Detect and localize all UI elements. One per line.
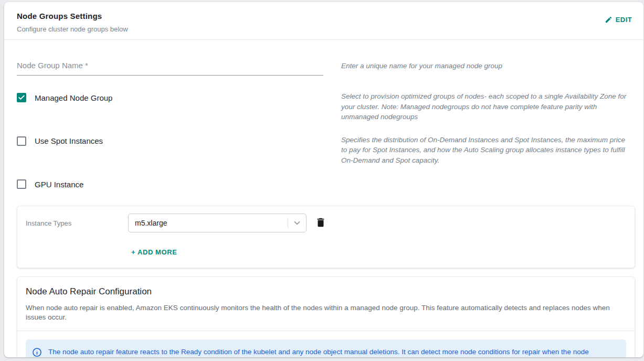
node-groups-settings-panel: Node Groups Settings Configure cluster n… xyxy=(4,2,643,357)
instance-types-label: Instance Types xyxy=(26,219,128,227)
checkbox-unchecked-icon xyxy=(17,179,26,189)
node-auto-repair-title: Node Auto Repair Configuration xyxy=(26,286,626,297)
node-group-name-row: Enter a unique name for your managed nod… xyxy=(17,58,635,76)
node-auto-repair-header: Node Auto Repair Configuration When node… xyxy=(17,277,635,331)
managed-node-group-label: Managed Node Group xyxy=(35,93,112,102)
panel-header-text: Node Groups Settings Configure cluster n… xyxy=(17,12,128,33)
use-spot-instances-label: Use Spot Instances xyxy=(35,136,103,145)
edit-button-label: EDIT xyxy=(616,16,632,24)
managed-node-group-checkbox[interactable]: Managed Node Group xyxy=(17,91,112,102)
instance-type-selected-value: m5.xlarge xyxy=(135,219,288,227)
add-more-button[interactable]: + ADD MORE xyxy=(130,246,178,258)
info-alert: The node auto repair feature reacts to t… xyxy=(26,339,626,357)
node-auto-repair-card: Node Auto Repair Configuration When node… xyxy=(17,277,635,357)
use-spot-instances-checkbox[interactable]: Use Spot Instances xyxy=(17,135,103,146)
node-group-name-field-wrap xyxy=(17,58,323,76)
info-alert-text-block: The node auto repair feature reacts to t… xyxy=(48,347,618,357)
instance-type-row: Instance Types m5.xlarge xyxy=(26,214,626,232)
checkbox-checked-icon xyxy=(17,93,26,102)
use-spot-instances-checkbox-wrap: Use Spot Instances xyxy=(17,135,323,148)
delete-instance-type-button[interactable] xyxy=(314,216,328,231)
use-spot-instances-row: Use Spot Instances Specifies the distrib… xyxy=(17,135,635,166)
node-group-name-input[interactable] xyxy=(17,58,323,76)
checkbox-unchecked-icon xyxy=(17,136,26,146)
gpu-instance-row: GPU Instance xyxy=(17,178,635,191)
panel-body: Enter a unique name for your managed nod… xyxy=(4,58,643,357)
info-icon xyxy=(32,347,42,357)
managed-node-group-hint: Select to provision optimized groups of … xyxy=(341,91,635,122)
trash-icon xyxy=(315,217,326,230)
node-auto-repair-body: The node auto repair feature reacts to t… xyxy=(17,331,635,357)
gpu-instance-label: GPU Instance xyxy=(35,180,83,189)
panel-header: Node Groups Settings Configure cluster n… xyxy=(4,2,643,39)
pencil-icon xyxy=(605,16,613,24)
page-title: Node Groups Settings xyxy=(17,12,128,20)
info-alert-text: The node auto repair feature reacts to t… xyxy=(48,348,589,357)
use-spot-instances-hint: Specifies the distribution of On-Demand … xyxy=(341,135,635,166)
header-divider xyxy=(4,39,643,40)
instance-types-card: Instance Types m5.xlarge + ADD MORE xyxy=(17,206,635,268)
node-group-name-hint: Enter a unique name for your managed nod… xyxy=(341,58,635,71)
gpu-instance-checkbox[interactable]: GPU Instance xyxy=(17,178,83,189)
managed-node-group-checkbox-wrap: Managed Node Group xyxy=(17,91,323,103)
instance-type-select[interactable]: m5.xlarge xyxy=(128,214,307,232)
managed-node-group-row: Managed Node Group Select to provision o… xyxy=(17,91,635,122)
chevron-down-icon[interactable] xyxy=(288,218,306,228)
node-auto-repair-description: When node auto repair is enabled, Amazon… xyxy=(26,303,626,322)
gpu-instance-checkbox-wrap: GPU Instance xyxy=(17,178,323,191)
edit-button[interactable]: EDIT xyxy=(603,13,634,27)
page-subtitle: Configure cluster node groups below xyxy=(17,25,128,33)
